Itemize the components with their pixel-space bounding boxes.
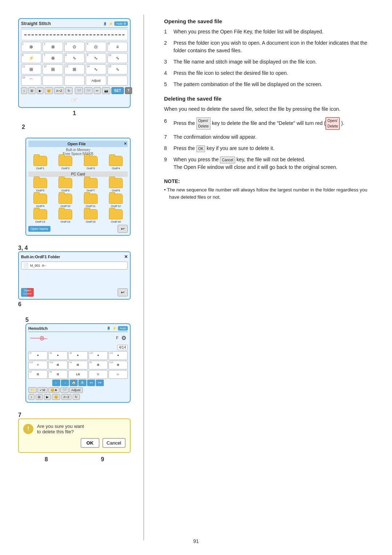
btn-scissors[interactable]: ✂: [94, 87, 101, 94]
hemi-btn-refresh[interactable]: ↻: [73, 394, 80, 400]
file-entry-1[interactable]: 📄 M_001 ⊕–: [21, 262, 128, 270]
hemi-btn-face2[interactable]: 😊: [52, 394, 60, 400]
folder-item-5[interactable]: OrdF5: [28, 178, 52, 192]
adjust-btn[interactable]: Adjust: [86, 76, 106, 86]
hemi-cell-97[interactable]: 97✦: [28, 351, 48, 360]
folder-item-13[interactable]: OrdF13: [28, 209, 52, 223]
stitch-cell-1[interactable]: 1⊕: [21, 42, 41, 52]
stitch-cell-6[interactable]: 6⚡: [21, 53, 41, 63]
nav-fwd-btn[interactable]: ↦: [96, 380, 104, 386]
back-button-folder[interactable]: ↩: [118, 288, 128, 296]
stitch-cell-7[interactable]: 7⊕: [42, 53, 63, 63]
hemi-cell-rect[interactable]: ▭: [109, 370, 128, 379]
nav-home-btn[interactable]: 🏠: [70, 380, 78, 386]
hemi-btn-table[interactable]: ⊞: [36, 394, 43, 400]
ok-button[interactable]: OK: [81, 438, 99, 448]
folder-icon-9[interactable]: [33, 194, 47, 204]
btn-table[interactable]: ⊞: [28, 87, 36, 94]
folder-item-2[interactable]: OrdF2: [54, 156, 78, 170]
stitch-cell-10[interactable]: 10∿: [107, 53, 128, 63]
folder-icon-8[interactable]: [109, 178, 123, 188]
btn-sewing[interactable]: 🪡: [75, 87, 83, 94]
hemi-cell-107[interactable]: 07⊞: [28, 370, 48, 379]
hemi-cell-dot[interactable]: ⊙: [89, 370, 108, 379]
nav-tree-btn[interactable]: 木: [78, 380, 86, 386]
hemi-stitch-grid[interactable]: 97✦ 98✦ 99✦ 100✦ 101✦ 102≡ 103⊠ 04⊠ 05⊠ …: [28, 351, 128, 379]
back-button-dialog[interactable]: ↩: [118, 225, 128, 233]
hemi-btn-checkm[interactable]: ✓M: [37, 387, 48, 393]
open-delete-button[interactable]: Open Delete: [21, 288, 34, 297]
hemi-cell-98[interactable]: 98✦: [48, 351, 68, 360]
folder-item-8[interactable]: OrdF8: [104, 178, 128, 192]
folder-item-6[interactable]: OrdF6: [54, 178, 78, 192]
hemi-btn-atoz[interactable]: A~Z: [61, 394, 72, 400]
folder-icon-4[interactable]: [109, 156, 123, 166]
stitch-cell-14[interactable]: 14∿: [86, 64, 106, 74]
hemi-cell-104[interactable]: 04⊠: [68, 361, 87, 369]
folder-item-9[interactable]: OrdF9: [28, 194, 52, 208]
hemi-btn-folder[interactable]: 📁: [28, 387, 37, 393]
stitch-cell-9[interactable]: 9∿: [86, 53, 106, 63]
hemi-cell-102[interactable]: 102≡: [28, 361, 48, 369]
folder-item-3[interactable]: OrdF3: [79, 156, 103, 170]
stitch-cell-5[interactable]: 5≡: [107, 42, 128, 52]
stitch-cell-15[interactable]: 15∿: [107, 64, 128, 74]
nav-right-btn[interactable]: →: [61, 380, 69, 386]
folder-item-15[interactable]: OrdF15: [79, 209, 103, 223]
hemi-cell-101[interactable]: 101✦: [109, 351, 128, 360]
folder-item-7[interactable]: OrdF7: [79, 178, 103, 192]
stitch-grid[interactable]: 1⊕ 2⊕ 3⊙ 4⊙ 5≡ 6⚡ 7⊕ 8∿ 9∿ 10∿ 11⊞ 12⊞ 1…: [21, 42, 128, 86]
btn-refresh[interactable]: ↻: [65, 87, 73, 94]
folder-item-14[interactable]: OrdF14: [54, 209, 78, 223]
hemi-btn-sort[interactable]: ↕: [28, 394, 34, 400]
folder-icon-13[interactable]: [33, 209, 47, 219]
hemi-cell-108[interactable]: 08⊞: [48, 370, 68, 379]
nav-back-btn[interactable]: ↤: [87, 380, 95, 386]
hemi-cell-105[interactable]: 05⊠: [89, 361, 108, 369]
folder-item-16[interactable]: OrdF16: [104, 209, 128, 223]
folder-icon-5[interactable]: [33, 178, 47, 188]
folder-item-4[interactable]: OrdF4: [104, 156, 128, 170]
stitch-cell-4[interactable]: 4⊙: [86, 42, 106, 52]
folder-icon-6[interactable]: [58, 178, 72, 188]
folder-icon-7[interactable]: [84, 178, 98, 188]
folder-icon-12[interactable]: [109, 194, 123, 204]
hemi-adjust-btn[interactable]: Adjust: [69, 387, 83, 393]
folder-item-1[interactable]: OrdF1: [28, 156, 52, 170]
set-button[interactable]: SET: [111, 87, 123, 94]
cancel-button[interactable]: Cancel: [102, 438, 126, 448]
hemi-btn-face[interactable]: 😊★: [48, 387, 60, 393]
close-icon[interactable]: ✕: [124, 142, 127, 146]
folder-icon-15[interactable]: [84, 209, 98, 219]
btn-sort[interactable]: ↕: [21, 87, 27, 94]
stitch-cell-8[interactable]: 8∿: [64, 53, 85, 63]
folder-icon-14[interactable]: [58, 209, 72, 219]
stitch-cell-16[interactable]: 16⌒: [21, 76, 41, 86]
btn-face[interactable]: 😊: [45, 87, 53, 94]
help-button[interactable]: ?: [125, 87, 132, 94]
hemi-cell-103[interactable]: 103⊠: [48, 361, 68, 369]
folder-icon-10[interactable]: [58, 194, 72, 204]
hemi-cell-106[interactable]: 106⊠: [109, 361, 128, 369]
stitch-cell-13[interactable]: 13⊞: [64, 64, 85, 74]
folder-item-11[interactable]: OrdF11: [79, 194, 103, 208]
folder-icon-11[interactable]: [84, 194, 98, 204]
hemi-cell-ls[interactable]: LS: [68, 370, 87, 379]
hemi-btn-needle[interactable]: 🪡: [60, 387, 69, 393]
btn-arrow[interactable]: ▶: [37, 87, 44, 94]
stitch-cell-3[interactable]: 3⊙: [64, 42, 85, 52]
open-name-button[interactable]: Open Name: [28, 226, 50, 232]
folder-icon-3[interactable]: [84, 156, 98, 166]
nav-left-btn[interactable]: ←: [52, 380, 60, 386]
folder-icon-1[interactable]: [33, 156, 47, 166]
folder-item-12[interactable]: OrdF12: [104, 194, 128, 208]
folder-icon-2[interactable]: [58, 156, 72, 166]
stitch-cell-11[interactable]: 11⊞: [21, 64, 41, 74]
btn-sewing2[interactable]: 🪡: [84, 87, 93, 94]
btn-camera[interactable]: 📷: [102, 87, 110, 94]
folder-item-10[interactable]: OrdF10: [54, 194, 78, 208]
stitch-cell-12[interactable]: 12⊞: [42, 64, 63, 74]
folder-view-close[interactable]: ✕: [124, 254, 128, 259]
hemi-cell-99[interactable]: 99✦: [68, 351, 87, 360]
hemi-btn-arrow[interactable]: ▶: [44, 394, 51, 400]
